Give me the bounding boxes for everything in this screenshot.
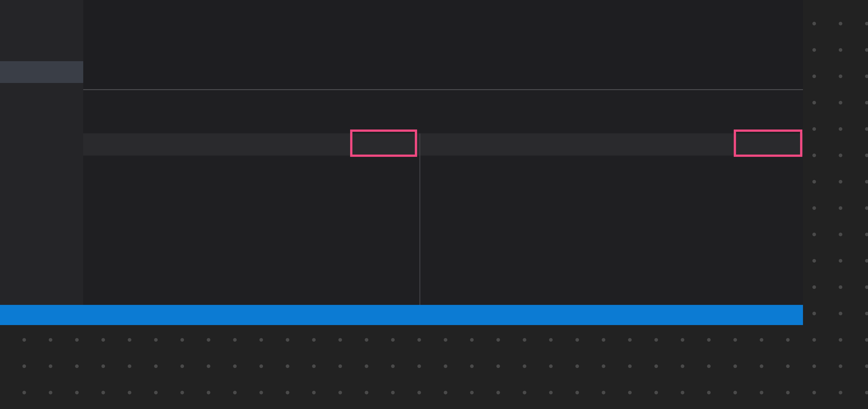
slide-background — [0, 0, 868, 409]
code-editor[interactable] — [83, 0, 803, 90]
sidebar — [0, 0, 83, 305]
status-bar — [0, 305, 803, 325]
highlight-frame-archived-actions — [734, 129, 802, 157]
highlight-frame-notes-actions — [350, 129, 417, 157]
pane-divider — [420, 134, 420, 305]
bottom-panel — [83, 91, 803, 305]
sidebar-selected-row[interactable] — [0, 61, 83, 83]
vscode-window — [0, 0, 803, 325]
panel-tab-bar — [83, 91, 803, 134]
